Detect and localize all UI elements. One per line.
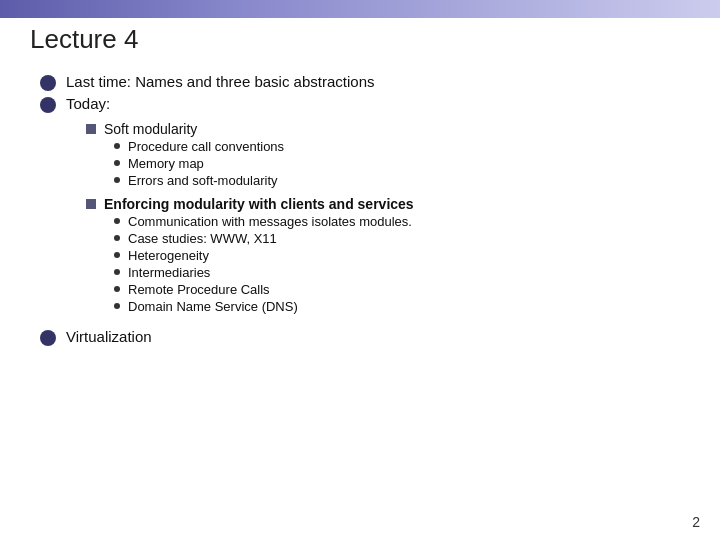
slide-title: Lecture 4 — [30, 24, 700, 55]
child-text-1: Memory map — [128, 156, 204, 171]
top-decorative-bar — [0, 0, 720, 18]
bullet-small-icon — [114, 143, 120, 149]
bullet-icon-lasttime — [40, 75, 56, 91]
enforcing-children: Communication with messages isolates mod… — [114, 214, 412, 316]
list-item: Communication with messages isolates mod… — [114, 214, 412, 229]
top-bullets-list: Last time: Names and three basic abstrac… — [40, 73, 700, 346]
list-item: Remote Procedure Calls — [114, 282, 412, 297]
lasttime-text: Last time: Names and three basic abstrac… — [66, 73, 374, 90]
child-text-2: Errors and soft-modularity — [128, 173, 278, 188]
slide-content: Lecture 4 Last time: Names and three bas… — [30, 24, 700, 510]
bullet-small-icon — [114, 218, 120, 224]
bullet-icon-today — [40, 97, 56, 113]
list-item-lasttime: Last time: Names and three basic abstrac… — [40, 73, 700, 91]
enforcing-label: Enforcing modularity with clients and se… — [104, 196, 414, 212]
today-sublist: Soft modularity Procedure call conventio… — [86, 121, 414, 318]
bullet-small-icon — [114, 269, 120, 275]
page-number: 2 — [692, 514, 700, 530]
today-text: Today: — [66, 95, 110, 112]
bullet-square-soft — [86, 124, 96, 134]
list-item: Errors and soft-modularity — [114, 173, 284, 188]
slide-container: Lecture 4 Last time: Names and three bas… — [0, 0, 720, 540]
child-text-0: Procedure call conventions — [128, 139, 284, 154]
bullet-small-icon — [114, 160, 120, 166]
enf-child-1: Case studies: WWW, X11 — [128, 231, 277, 246]
bullet-small-icon — [114, 303, 120, 309]
bullet-small-icon — [114, 177, 120, 183]
virtualization-text: Virtualization — [66, 328, 152, 345]
bullet-icon-virt — [40, 330, 56, 346]
list-item: Case studies: WWW, X11 — [114, 231, 412, 246]
list-item-virtualization: Virtualization — [40, 328, 700, 346]
list-item-today: Today: Soft modularity — [40, 95, 700, 322]
enf-child-5: Domain Name Service (DNS) — [128, 299, 298, 314]
today-block: Soft modularity Procedure call conventio… — [66, 117, 414, 322]
bullet-small-icon — [114, 252, 120, 258]
bullet-square-enforcing — [86, 199, 96, 209]
list-item: Memory map — [114, 156, 284, 171]
list-item: Domain Name Service (DNS) — [114, 299, 412, 314]
enf-child-0: Communication with messages isolates mod… — [128, 214, 412, 229]
bullet-small-icon — [114, 286, 120, 292]
soft-modularity-children: Procedure call conventions Memory map Er… — [114, 139, 284, 190]
list-item: Procedure call conventions — [114, 139, 284, 154]
bullet-small-icon — [114, 235, 120, 241]
soft-modularity-label: Soft modularity — [104, 121, 197, 137]
enf-child-2: Heterogeneity — [128, 248, 209, 263]
enf-child-4: Remote Procedure Calls — [128, 282, 270, 297]
list-item-enforcing: Enforcing modularity with clients and se… — [86, 196, 414, 318]
list-item: Heterogeneity — [114, 248, 412, 263]
list-item: Intermediaries — [114, 265, 412, 280]
list-item-soft-modularity: Soft modularity Procedure call conventio… — [86, 121, 414, 192]
enf-child-3: Intermediaries — [128, 265, 210, 280]
